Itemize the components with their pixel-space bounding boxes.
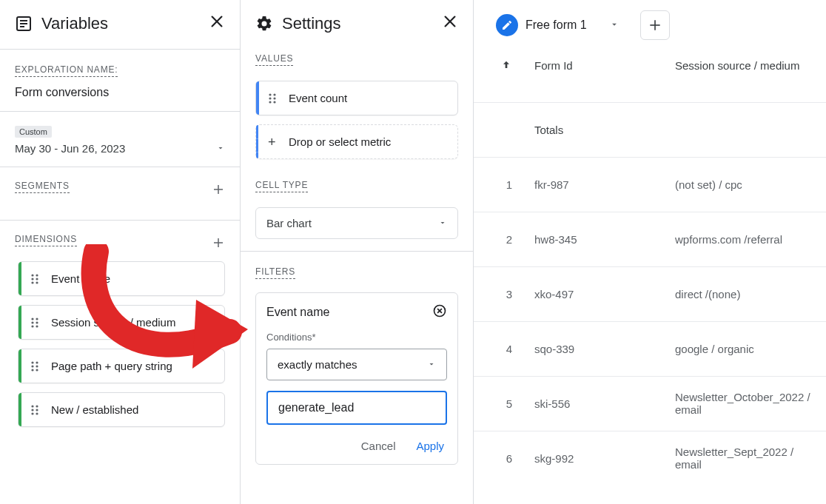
table-row[interactable]: 3 xko-497 direct /(none) <box>474 266 826 321</box>
exploration-name-label: EXPLORATION NAME: <box>15 64 118 77</box>
variables-header: Variables <box>0 0 240 49</box>
plus-icon <box>212 183 225 196</box>
plus-icon <box>648 18 662 33</box>
dimension-chip[interactable]: Event name <box>18 261 225 296</box>
svg-point-11 <box>36 274 38 276</box>
date-range-picker[interactable]: Custom May 30 - Jun 26, 2023 <box>0 111 240 167</box>
svg-point-13 <box>36 278 38 280</box>
drag-handle-icon <box>268 93 277 104</box>
svg-point-27 <box>36 369 38 371</box>
svg-point-33 <box>36 412 38 414</box>
svg-point-17 <box>36 317 38 320</box>
close-icon <box>209 13 225 30</box>
chevron-down-icon <box>438 217 447 229</box>
variables-icon <box>15 15 33 33</box>
svg-point-24 <box>31 365 33 367</box>
table-row[interactable]: 2 hw8-345 wpforms.com /referral <box>474 212 826 266</box>
table-row[interactable]: 4 sqo-339 google / organic <box>474 321 826 376</box>
svg-point-38 <box>269 97 271 99</box>
drag-handle-icon <box>30 360 39 372</box>
gear-icon <box>255 15 273 33</box>
filter-cancel-button[interactable]: Cancel <box>361 440 396 452</box>
filter-matcher-value: exactly matches <box>278 358 357 371</box>
filter-apply-button[interactable]: Apply <box>416 440 444 452</box>
remove-filter-button[interactable] <box>432 303 447 321</box>
drag-handle-icon <box>30 317 39 329</box>
segments-label: SEGMENTS <box>15 181 70 193</box>
svg-point-37 <box>273 93 275 95</box>
dimension-chip-label: Page path + query string <box>51 360 172 372</box>
svg-point-16 <box>31 317 33 320</box>
date-range-value: May 30 - Jun 26, 2023 <box>15 142 125 155</box>
exploration-name-input[interactable]: Form conversions <box>15 84 225 99</box>
totals-label: Totals <box>526 102 666 157</box>
add-segment-button[interactable] <box>212 183 225 198</box>
svg-point-41 <box>273 101 275 103</box>
conditions-label: Conditions* <box>266 332 447 343</box>
chevron-down-icon <box>427 358 436 371</box>
svg-point-22 <box>31 361 33 363</box>
table-row[interactable]: 5 ski-556 Newsletter_October_2022 / emai… <box>474 376 826 431</box>
date-custom-badge: Custom <box>15 126 52 138</box>
svg-point-31 <box>36 409 38 411</box>
cell-type-select[interactable]: Bar chart <box>255 207 458 239</box>
chevron-down-icon <box>216 142 225 155</box>
drop-metric-zone[interactable]: + Drop or select metric <box>255 124 458 159</box>
dimension-chip-label: New / established <box>51 403 138 416</box>
svg-point-20 <box>31 325 33 327</box>
svg-point-14 <box>31 281 33 283</box>
cell-type-value: Bar chart <box>266 217 312 229</box>
drag-handle-icon <box>30 273 39 285</box>
value-chip[interactable]: Event count <box>255 81 458 115</box>
value-chip-label: Event count <box>289 92 347 104</box>
svg-point-25 <box>36 365 38 367</box>
close-variables-button[interactable] <box>209 13 225 34</box>
totals-row: Totals <box>474 102 826 157</box>
dimension-chip-label: Session source / medium <box>51 316 175 329</box>
drop-metric-label: Drop or select metric <box>289 135 391 148</box>
tab-menu-button[interactable] <box>609 19 620 32</box>
svg-point-23 <box>36 361 38 363</box>
svg-point-26 <box>31 369 33 371</box>
svg-point-28 <box>31 405 33 407</box>
column-header-form-id[interactable]: Form Id <box>526 50 666 102</box>
edit-badge <box>496 14 518 36</box>
svg-point-39 <box>273 97 275 99</box>
plus-icon: + <box>268 134 276 149</box>
dimension-chip[interactable]: New / established <box>18 392 225 427</box>
svg-point-36 <box>269 93 271 95</box>
close-circle-icon <box>432 303 447 318</box>
settings-title: Settings <box>282 14 433 33</box>
filter-matcher-select[interactable]: exactly matches <box>266 349 447 380</box>
add-tab-button[interactable] <box>640 10 670 40</box>
svg-point-19 <box>36 321 38 323</box>
svg-point-18 <box>31 321 33 323</box>
dimension-chip-label: Event name <box>51 272 110 285</box>
arrow-up-icon <box>500 59 512 71</box>
svg-point-10 <box>31 274 33 276</box>
pencil-icon <box>501 19 513 31</box>
svg-point-12 <box>31 278 33 280</box>
close-settings-button[interactable] <box>442 13 458 34</box>
report-tab[interactable]: Free form 1 <box>491 11 624 39</box>
dimension-chip[interactable]: Page path + query string <box>18 349 225 383</box>
column-header-source-medium[interactable]: Session source / medium <box>666 50 826 102</box>
svg-point-32 <box>31 412 33 414</box>
report-table: Form Id Session source / medium Totals 1… <box>474 50 826 485</box>
values-label: VALUES <box>255 53 293 66</box>
plus-icon <box>212 236 225 249</box>
table-row[interactable]: 1 fkr-987 (not set) / cpc <box>474 157 826 212</box>
settings-header: Settings <box>241 0 473 49</box>
filter-dimension-name: Event name <box>266 306 329 319</box>
close-icon <box>442 13 458 30</box>
filter-value-input[interactable] <box>266 391 447 425</box>
drag-handle-icon <box>30 404 39 416</box>
sort-ascending-button[interactable] <box>483 59 512 71</box>
table-row[interactable]: 6 skg-992 Newsletter_Sept_2022 / email <box>474 431 826 485</box>
svg-point-30 <box>31 409 33 411</box>
add-dimension-button[interactable] <box>212 236 225 252</box>
dimension-chip[interactable]: Session source / medium <box>18 305 225 340</box>
filters-label: FILTERS <box>255 266 295 279</box>
report-tab-name: Free form 1 <box>526 19 587 32</box>
dimensions-label: DIMENSIONS <box>15 234 77 246</box>
